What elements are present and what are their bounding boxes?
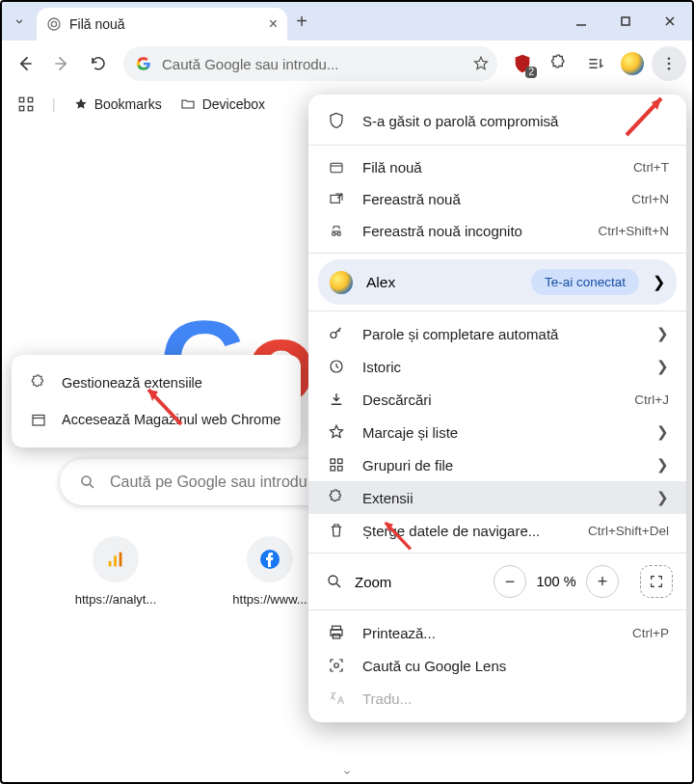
reload-icon (90, 55, 107, 72)
adblock-extension-button[interactable]: 2 (505, 46, 540, 81)
omnibox-placeholder: Caută Google sau introdu... (162, 56, 463, 72)
clear-data-item[interactable]: Șterge datele de navigare... Ctrl+Shift+… (308, 514, 686, 547)
profile-avatar-icon (330, 271, 353, 294)
puzzle-icon (326, 489, 347, 506)
svg-rect-9 (19, 106, 24, 111)
manage-extensions-item[interactable]: Gestionează extensiile (12, 365, 301, 401)
star-filled-icon (73, 96, 89, 112)
folder-icon (179, 96, 197, 112)
svg-line-12 (90, 484, 93, 488)
maximize-icon (619, 14, 632, 28)
extensions-item[interactable]: Extensii ❯ (308, 481, 686, 514)
bookmarks-item[interactable]: Marcaje și liste ❯ (308, 416, 686, 448)
svg-rect-24 (331, 163, 342, 172)
bookmark-item-devicebox[interactable]: Devicebox (179, 96, 265, 112)
svg-point-0 (48, 18, 60, 30)
new-tab-item[interactable]: Filă nouă Ctrl+T (308, 151, 686, 183)
tab-close-button[interactable]: × (269, 15, 278, 33)
svg-point-34 (329, 576, 337, 584)
footer-chevron[interactable] (2, 763, 692, 782)
google-g-icon (135, 55, 152, 72)
svg-rect-14 (114, 555, 117, 566)
svg-point-1 (51, 21, 56, 26)
menu-item-label: S-a găsit o parolă compromisă (362, 113, 669, 129)
passwords-item[interactable]: Parole și completare automată ❯ (308, 317, 686, 350)
menu-item-label: Accesează Magazinul web Chrome (62, 412, 280, 427)
svg-point-39 (334, 663, 339, 668)
profile-status-pill: Te-ai conectat (531, 269, 639, 295)
zoom-item: Zoom − 100 % + (308, 559, 686, 604)
svg-rect-33 (338, 467, 343, 472)
grid-icon (326, 456, 347, 473)
history-icon (326, 358, 347, 375)
shortcut-label: https://www... (232, 592, 307, 607)
window-maximize-button[interactable] (603, 2, 648, 41)
lens-item[interactable]: Caută cu Google Lens (308, 649, 686, 682)
fullscreen-icon (649, 574, 664, 589)
chevron-down-icon (13, 14, 26, 28)
incognito-item[interactable]: Fereastră nouă incognito Ctrl+Shift+N (308, 215, 686, 247)
puzzle-icon (549, 54, 569, 73)
webstore-icon (29, 411, 48, 428)
shortcut-icon (93, 536, 139, 582)
media-control-button[interactable] (578, 46, 613, 81)
shortcut-tile[interactable]: https://analyt... (53, 536, 178, 607)
apps-grid-icon[interactable] (17, 95, 35, 113)
extensions-button[interactable] (542, 46, 576, 81)
compromised-password-item[interactable]: S-a găsit o parolă compromisă (308, 102, 686, 139)
zoom-out-button[interactable]: − (494, 565, 526, 598)
profile-chevron-button[interactable] (2, 2, 37, 41)
zoom-icon (326, 573, 343, 590)
star-outline-icon (326, 423, 347, 441)
download-icon (326, 391, 347, 408)
puzzle-icon (29, 374, 48, 392)
svg-line-35 (336, 583, 340, 587)
printer-icon (326, 624, 347, 641)
svg-rect-23 (33, 416, 44, 426)
svg-rect-32 (331, 467, 335, 472)
svg-rect-30 (331, 459, 335, 464)
chrome-menu-button[interactable] (652, 46, 686, 81)
new-tab-button[interactable]: + (287, 2, 316, 41)
close-icon (663, 14, 677, 28)
svg-point-6 (668, 68, 671, 70)
window-close-button[interactable] (648, 2, 692, 41)
arrow-left-icon (15, 54, 35, 73)
profile-button[interactable] (615, 46, 650, 81)
bookmark-label: Devicebox (202, 96, 265, 112)
back-button[interactable] (8, 46, 42, 81)
svg-point-28 (331, 333, 336, 338)
svg-point-26 (333, 232, 335, 235)
extension-badge: 2 (525, 67, 537, 78)
browser-tab[interactable]: Filă nouă × (37, 8, 287, 41)
chevron-down-icon (340, 768, 354, 777)
shield-outline-icon (326, 112, 347, 129)
tabgroups-item[interactable]: Grupuri de file ❯ (308, 448, 686, 481)
chrome-main-menu: S-a găsit o parolă compromisă Filă nouă … (308, 95, 686, 722)
zoom-in-button[interactable]: + (586, 565, 619, 598)
incognito-icon (326, 224, 347, 239)
omnibox[interactable]: Caută Google sau introdu... (123, 46, 497, 81)
profile-menu-item[interactable]: Alex Te-ai conectat ❯ (318, 259, 677, 305)
shortcut-icon (247, 536, 293, 582)
fullscreen-button[interactable] (640, 565, 673, 598)
chrome-webstore-item[interactable]: Accesează Magazinul web Chrome (12, 401, 301, 438)
kebab-icon (660, 55, 678, 72)
svg-rect-3 (622, 17, 629, 25)
tab-title: Filă nouă (69, 16, 261, 32)
chrome-icon (46, 16, 62, 32)
reload-button[interactable] (81, 46, 116, 81)
print-item[interactable]: Printează... Ctrl+P (308, 616, 686, 649)
downloads-item[interactable]: Descărcări Ctrl+J (308, 383, 686, 416)
bookmark-label: Bookmarks (94, 96, 162, 112)
svg-point-27 (337, 232, 340, 235)
new-window-item[interactable]: Fereastră nouă Ctrl+N (308, 183, 686, 215)
minimize-icon (574, 14, 588, 28)
star-icon[interactable] (472, 55, 490, 72)
forward-button[interactable] (44, 46, 79, 81)
history-item[interactable]: Istoric ❯ (308, 350, 686, 383)
window-minimize-button[interactable] (559, 2, 603, 41)
svg-point-4 (668, 57, 671, 60)
media-icon (586, 54, 605, 73)
bookmark-item-bookmarks[interactable]: Bookmarks (73, 96, 162, 112)
